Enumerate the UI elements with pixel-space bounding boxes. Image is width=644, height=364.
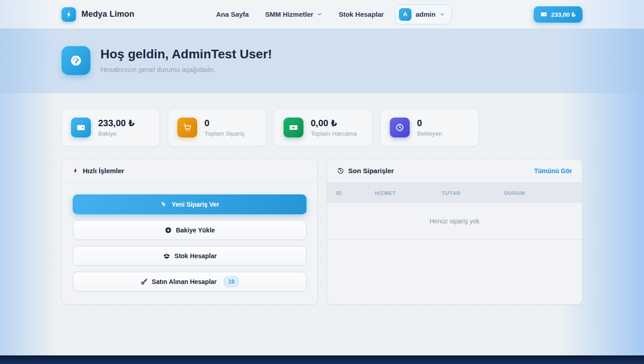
stat-value: 0 xyxy=(204,118,245,128)
balance-badge[interactable]: 233,00 ₺ xyxy=(534,6,582,23)
main-nav: Ana Sayfa SMM Hizmetler Stok Hesaplar A … xyxy=(216,5,452,24)
new-order-button-label: Yeni Sipariş Ver xyxy=(171,201,219,208)
column-header-service: HİZMET xyxy=(375,190,442,196)
nav-item-stock-accounts[interactable]: Stok Hesaplar xyxy=(339,10,384,18)
add-balance-button[interactable]: Bakiye Yükle xyxy=(73,220,307,240)
stat-value: 0 xyxy=(417,118,442,128)
main-content: 233,00 ₺ Bakiye 0 Toplam Sipariş xyxy=(0,93,644,355)
nav-item-smm-services-label: SMM Hizmetler xyxy=(265,10,313,18)
plus-circle-icon xyxy=(165,227,172,234)
column-header-amount: TUTAR xyxy=(442,190,504,196)
nav-item-home[interactable]: Ana Sayfa xyxy=(216,10,249,18)
new-order-button[interactable]: Yeni Sipariş Ver xyxy=(73,194,307,214)
box-open-icon xyxy=(163,252,170,260)
orders-empty-message: Henüz sipariş yok xyxy=(430,217,480,225)
orders-table-header: ID HİZMET TUTAR DURUM xyxy=(327,183,582,203)
brand-name: Medya Limon xyxy=(81,9,134,19)
nav-item-home-label: Ana Sayfa xyxy=(216,10,249,18)
column-header-status: DURUM xyxy=(504,190,573,196)
clock-icon xyxy=(390,118,410,137)
page-title: Hoş geldin, AdminTest User! xyxy=(100,46,272,61)
top-navbar: Medya Limon Ana Sayfa SMM Hizmetler Stok… xyxy=(0,0,644,29)
recent-orders-title: Son Siparişler xyxy=(348,167,394,175)
stat-value: 0,00 ₺ xyxy=(311,118,357,128)
cart-icon xyxy=(177,118,197,137)
stat-label: Bekleyen xyxy=(417,130,442,137)
user-name: admin xyxy=(416,10,436,18)
balance-amount: 233,00 ₺ xyxy=(551,11,576,18)
stat-label: Toplam Sipariş xyxy=(204,130,245,137)
add-balance-button-label: Bakiye Yükle xyxy=(176,227,215,234)
bolt-icon xyxy=(72,167,79,174)
purchased-accounts-button[interactable]: Satın Alınan Hesaplar 10 xyxy=(73,272,307,292)
key-icon xyxy=(141,278,148,285)
stat-card-balance: 233,00 ₺ Bakiye xyxy=(62,109,160,147)
nav-item-stock-accounts-label: Stok Hesaplar xyxy=(339,10,384,18)
view-all-link[interactable]: Tümünü Gör xyxy=(534,167,572,175)
footer xyxy=(0,355,644,364)
stat-label: Bakiye xyxy=(98,130,135,137)
quick-actions-panel: Hızlı İşlemler Yeni Sipariş Ver Bakiye Y… xyxy=(62,159,318,305)
avatar: A xyxy=(399,8,412,21)
nav-item-smm-services[interactable]: SMM Hizmetler xyxy=(265,10,322,18)
stat-card-pending: 0 Bekleyen xyxy=(380,109,479,147)
history-icon xyxy=(337,167,344,175)
column-header-id: ID xyxy=(336,190,375,196)
rocket-icon xyxy=(160,201,167,208)
stat-label: Toplam Harcama xyxy=(311,130,357,137)
chevron-down-icon xyxy=(317,11,322,17)
stats-row: 233,00 ₺ Bakiye 0 Toplam Sipariş xyxy=(62,109,582,147)
welcome-hero: Hoş geldin, AdminTest User! Hesabınızın … xyxy=(0,29,644,93)
chevron-down-icon xyxy=(440,12,445,17)
wallet-icon xyxy=(540,11,547,18)
stock-accounts-button-label: Stok Hesaplar xyxy=(175,252,217,260)
stat-value: 233,00 ₺ xyxy=(98,118,135,128)
purchased-accounts-count-badge: 10 xyxy=(224,276,239,287)
dashboard-gauge-icon xyxy=(62,46,90,75)
purchased-accounts-button-label: Satın Alınan Hesaplar xyxy=(152,278,217,285)
orders-empty-state: Henüz sipariş yok xyxy=(327,203,582,240)
wallet-icon xyxy=(71,118,91,137)
quick-actions-title: Hızlı İşlemler xyxy=(83,167,124,175)
bolt-logo-icon xyxy=(62,7,76,22)
brand[interactable]: Medya Limon xyxy=(62,7,134,22)
stat-card-total-spend: 0,00 ₺ Toplam Harcama xyxy=(274,109,373,147)
user-menu[interactable]: A admin xyxy=(395,5,452,24)
recent-orders-panel: Son Siparişler Tümünü Gör ID HİZMET TUTA… xyxy=(327,159,582,305)
page-subtitle: Hesabınızın genel durumu aşağıdadır. xyxy=(100,66,272,73)
money-icon xyxy=(284,118,303,137)
stock-accounts-button[interactable]: Stok Hesaplar xyxy=(73,246,307,266)
stat-card-total-orders: 0 Toplam Sipariş xyxy=(168,109,266,147)
